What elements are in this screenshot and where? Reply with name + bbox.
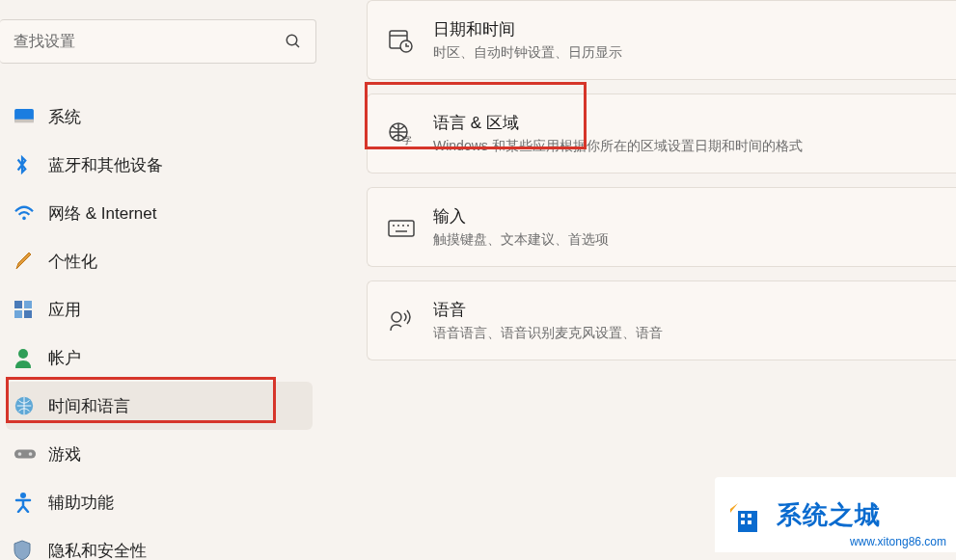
- svg-rect-6: [24, 301, 32, 308]
- sidebar-item-privacy[interactable]: 隐私和安全性: [6, 526, 313, 560]
- svg-line-1: [295, 43, 299, 47]
- sidebar-item-accessibility[interactable]: 辅助功能: [6, 478, 313, 526]
- gamepad-icon: [14, 446, 48, 462]
- card-subtitle: 时区、自动时钟设置、日历显示: [433, 44, 937, 62]
- svg-rect-28: [741, 514, 745, 518]
- sidebar-item-accounts[interactable]: 帐户: [6, 333, 313, 382]
- shield-icon: [14, 540, 48, 560]
- settings-sidebar: 系统 蓝牙和其他设备 网络 & Internet 个性化 应用: [0, 0, 318, 560]
- card-text: 输入 触摸键盘、文本建议、首选项: [433, 205, 937, 249]
- card-title: 语言 & 区域: [433, 112, 937, 134]
- watermark-url: www.xitong86.com: [850, 535, 946, 548]
- svg-rect-29: [748, 514, 751, 518]
- sidebar-item-label: 网络 & Internet: [48, 202, 156, 225]
- speech-icon: [387, 307, 433, 334]
- svg-rect-11: [14, 449, 36, 458]
- svg-point-26: [392, 312, 401, 322]
- sidebar-item-gaming[interactable]: 游戏: [6, 430, 313, 478]
- card-text: 语音 语音语言、语音识别麦克风设置、语音: [433, 299, 937, 342]
- sidebar-item-label: 应用: [48, 299, 81, 321]
- svg-point-0: [287, 35, 297, 45]
- svg-point-4: [22, 217, 26, 221]
- svg-rect-30: [741, 520, 745, 524]
- sidebar-item-bluetooth[interactable]: 蓝牙和其他设备: [6, 141, 313, 189]
- card-typing[interactable]: 输入 触摸键盘、文本建议、首选项: [367, 187, 956, 267]
- svg-point-9: [18, 349, 28, 359]
- svg-text:字: 字: [402, 135, 412, 146]
- card-subtitle: 语音语言、语音识别麦克风设置、语音: [433, 325, 937, 342]
- svg-rect-8: [24, 310, 32, 318]
- search-box[interactable]: [0, 19, 316, 64]
- svg-rect-31: [748, 520, 751, 524]
- svg-rect-7: [14, 310, 22, 318]
- card-language-region[interactable]: 字 语言 & 区域 Windows 和某些应用根据你所在的区域设置日期和时间的格…: [367, 93, 956, 173]
- sidebar-item-label: 系统: [48, 106, 81, 128]
- sidebar-item-time-language[interactable]: 时间和语言: [6, 382, 313, 430]
- watermark: 系统之城 www.xitong86.com: [715, 477, 956, 552]
- svg-rect-5: [14, 301, 22, 308]
- watermark-logo-icon: [724, 493, 767, 536]
- accessibility-icon: [14, 492, 48, 513]
- svg-rect-20: [389, 221, 414, 236]
- card-text: 日期和时间 时区、自动时钟设置、日历显示: [433, 18, 937, 62]
- sidebar-item-label: 蓝牙和其他设备: [48, 154, 163, 176]
- brush-icon: [14, 251, 48, 272]
- keyboard-icon: [387, 217, 433, 238]
- watermark-brand: 系统之城: [777, 498, 881, 532]
- card-title: 日期和时间: [433, 18, 937, 40]
- svg-rect-3: [14, 120, 34, 123]
- user-icon: [14, 347, 48, 368]
- sidebar-item-apps[interactable]: 应用: [6, 285, 313, 333]
- sidebar-nav: 系统 蓝牙和其他设备 网络 & Internet 个性化 应用: [0, 93, 318, 560]
- wifi-icon: [14, 204, 48, 222]
- sidebar-item-label: 时间和语言: [48, 395, 130, 417]
- search-input[interactable]: [14, 33, 245, 50]
- svg-point-13: [29, 452, 33, 456]
- card-date-time[interactable]: 日期和时间 时区、自动时钟设置、日历显示: [367, 0, 956, 80]
- card-text: 语言 & 区域 Windows 和某些应用根据你所在的区域设置日期和时间的格式: [433, 112, 937, 155]
- system-icon: [14, 108, 48, 125]
- sidebar-item-system[interactable]: 系统: [6, 93, 313, 141]
- card-subtitle: Windows 和某些应用根据你所在的区域设置日期和时间的格式: [433, 138, 937, 155]
- watermark-brand-text: 系统之城: [777, 498, 881, 532]
- sidebar-item-label: 个性化: [48, 251, 97, 273]
- sidebar-item-personalization[interactable]: 个性化: [6, 237, 313, 285]
- svg-point-12: [18, 452, 22, 456]
- card-title: 语音: [433, 299, 937, 321]
- card-subtitle: 触摸键盘、文本建议、首选项: [433, 231, 937, 249]
- bluetooth-icon: [14, 154, 48, 175]
- calendar-clock-icon: [387, 27, 433, 54]
- settings-main: 日期和时间 时区、自动时钟设置、日历显示 字 语言 & 区域 Windows 和…: [367, 0, 956, 374]
- sidebar-item-label: 游戏: [48, 443, 81, 466]
- sidebar-item-network[interactable]: 网络 & Internet: [6, 189, 313, 237]
- card-title: 输入: [433, 205, 937, 227]
- sidebar-item-label: 辅助功能: [48, 492, 114, 514]
- search-icon: [285, 33, 302, 50]
- sidebar-item-label: 隐私和安全性: [48, 540, 147, 561]
- clock-globe-icon: [14, 395, 48, 416]
- apps-icon: [14, 300, 48, 319]
- svg-point-14: [20, 493, 26, 498]
- globe-language-icon: 字: [387, 120, 433, 147]
- card-speech[interactable]: 语音 语音语言、语音识别麦克风设置、语音: [367, 280, 956, 360]
- sidebar-item-label: 帐户: [48, 347, 81, 369]
